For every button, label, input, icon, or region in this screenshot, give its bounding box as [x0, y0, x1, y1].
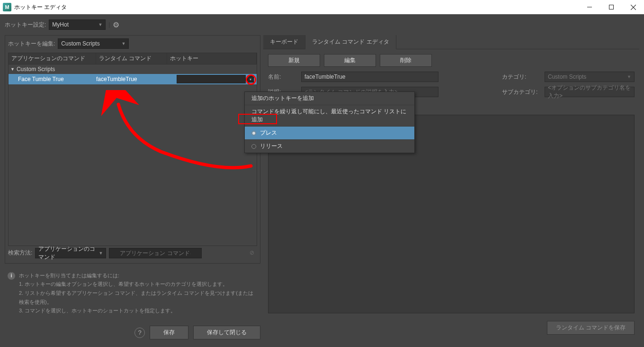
maximize-button[interactable]: [600, 0, 622, 14]
minimize-button[interactable]: [579, 0, 600, 14]
app-icon: M: [3, 3, 11, 11]
ctx-press-label: プレス: [260, 129, 277, 137]
radio-filled-icon: [251, 131, 256, 136]
hotkey-set-dropdown[interactable]: MyHot ▼: [49, 19, 106, 30]
edit-hotkey-value: Custom Scripts: [61, 40, 99, 47]
help-button[interactable]: ?: [134, 328, 145, 338]
svg-rect-1: [609, 5, 614, 9]
name-label: 名前:: [268, 73, 296, 81]
tab-runtime-editor[interactable]: ランタイム コマンド エディタ: [305, 35, 396, 49]
divider: |: [108, 21, 110, 28]
column-headers: アプリケーションのコマンド ランタイム コマンド ホットキー: [8, 53, 257, 64]
gear-icon[interactable]: ⚙: [113, 20, 119, 29]
search-method-value: アプリケーションのコマンド: [38, 245, 96, 261]
category-label: カテゴリ:: [502, 73, 540, 81]
ctx-press[interactable]: プレス: [245, 127, 414, 140]
name-field[interactable]: faceTumbleTrue: [301, 72, 438, 82]
info-icon: i: [8, 272, 15, 280]
caret-down-icon: ▼: [10, 67, 15, 72]
ctx-release-label: リリース: [260, 142, 283, 150]
radio-icon: [251, 144, 256, 149]
col-runtime-command: ランタイム コマンド: [96, 53, 167, 64]
hotkey-options-button[interactable]: ▾: [247, 76, 254, 82]
hotkey-input[interactable]: [177, 75, 246, 83]
annotation-circle: [246, 74, 256, 85]
hotkey-context-menu: 追加のホットキーを追加 コマンドを繰り返し可能にし、最近使ったコマンド リストに…: [244, 91, 415, 153]
close-button[interactable]: [622, 0, 644, 14]
row-app-command: Face Tumble True: [18, 76, 96, 82]
help-line-1: 1. ホットキーの編集オプションを選択し、希望するホットキーのカテゴリを選択しま…: [19, 280, 258, 289]
help-line-3: 3. コマンドを選択し、ホットキーのショートカットを指定します。: [19, 306, 258, 315]
window-title: ホットキー エディタ: [14, 3, 579, 11]
row-runtime-command: faceTumbleTrue: [96, 76, 177, 82]
col-app-command: アプリケーションのコマンド: [9, 53, 96, 64]
hotkey-set-value: MyHot: [52, 21, 69, 28]
tree-row-selected[interactable]: Face Tumble True faceTumbleTrue ▾: [9, 74, 257, 84]
help-text: i ホットキーを割り当てまたは編集するには: 1. ホットキーの編集オプションを…: [5, 267, 260, 319]
tree-category-label: Custom Scripts: [17, 66, 55, 73]
help-line-2: 2. リストから希望するアプリケーション コマンド、またはランタイム コマンドを…: [19, 289, 258, 306]
ctx-release[interactable]: リリース: [245, 140, 414, 153]
subcategory-label: サブカテゴリ:: [502, 88, 540, 96]
ctx-repeatable[interactable]: コマンドを繰り返し可能にし、最近使ったコマンド リストに追加: [245, 105, 414, 127]
command-tree[interactable]: ▼ Custom Scripts Face Tumble True faceTu…: [8, 64, 257, 246]
ctx-add-hotkey[interactable]: 追加のホットキーを追加: [245, 92, 414, 105]
chevron-down-icon: ▼: [627, 74, 631, 79]
search-method-dropdown[interactable]: アプリケーションのコマンド ▼: [35, 248, 106, 258]
titlebar: M ホットキー エディタ: [0, 0, 644, 14]
edit-hotkey-dropdown[interactable]: Custom Scripts ▼: [58, 38, 129, 49]
new-button[interactable]: 新規: [268, 54, 320, 67]
col-hotkey: ホットキー: [167, 53, 257, 64]
edit-button[interactable]: 編集: [324, 54, 376, 67]
chevron-down-icon: ▼: [121, 41, 125, 46]
chevron-down-icon: ▼: [98, 251, 103, 256]
clear-icon[interactable]: ⊘: [250, 249, 254, 256]
subcategory-field[interactable]: <オプションのサブカテゴリ名を入力>: [545, 87, 635, 97]
chevron-down-icon: ▼: [98, 22, 102, 27]
tree-category[interactable]: ▼ Custom Scripts: [9, 64, 257, 74]
hotkey-set-label: ホットキー設定:: [5, 21, 46, 29]
right-tabs: キーボード ランタイム コマンド エディタ: [263, 35, 639, 49]
category-dropdown[interactable]: Custom Scripts ▼: [545, 72, 635, 82]
save-close-button[interactable]: 保存して閉じる: [193, 326, 260, 339]
delete-button[interactable]: 削除: [380, 54, 432, 67]
category-value: Custom Scripts: [548, 73, 586, 80]
help-title: ホットキーを割り当てまたは編集するには:: [19, 271, 258, 280]
save-runtime-button[interactable]: ランタイム コマンドを保存: [547, 321, 635, 335]
save-button[interactable]: 保存: [150, 326, 188, 339]
edit-hotkey-label: ホットキーを編集:: [8, 40, 55, 48]
search-method-label: 検索方法:: [8, 249, 32, 257]
tab-keyboard[interactable]: キーボード: [263, 35, 305, 49]
search-input[interactable]: [109, 248, 202, 258]
